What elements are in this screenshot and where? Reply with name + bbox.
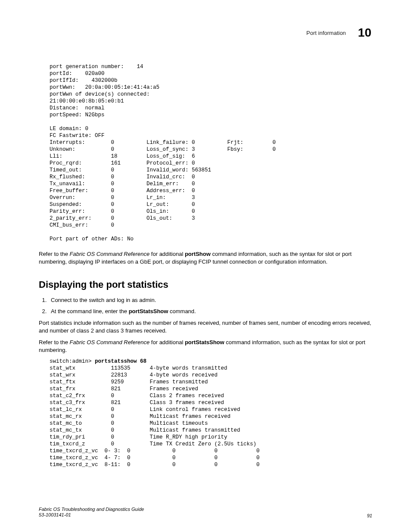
page-footer: Fabric OS Troubleshooting and Diagnostic…	[39, 507, 372, 519]
prompt: switch:admin>	[50, 358, 95, 364]
text: for additional	[149, 251, 185, 257]
text: for additional	[149, 339, 185, 345]
port-stats-description: Port statistics include information such…	[39, 319, 372, 334]
footer-doc-info: Fabric OS Troubleshooting and Diagnostic…	[39, 507, 144, 519]
portstatsshow-output: switch:admin> portstatsshow 68 stat_wtx …	[39, 358, 372, 468]
header-chapter-number: 10	[358, 26, 371, 40]
portshow-reference-paragraph: Refer to the Fabric OS Command Reference…	[39, 250, 372, 265]
section-heading: Displaying the port statistics	[39, 279, 372, 290]
page-header: Port information 10	[39, 26, 372, 40]
command-name: portStatsShow	[129, 308, 168, 314]
header-section-title: Port information	[306, 30, 346, 36]
step-2: At the command line, enter the portStats…	[48, 308, 372, 315]
step-1: Connect to the switch and log in as admi…	[48, 296, 372, 304]
command-name: portStatsShow	[185, 339, 224, 345]
text: At the command line, enter the	[51, 308, 129, 314]
footer-page-number: 91	[367, 513, 372, 518]
text: Refer to the	[39, 251, 70, 257]
portstatsshow-reference-paragraph: Refer to the Fabric OS Command Reference…	[39, 339, 372, 354]
manual-name: Fabric OS Command Reference	[70, 251, 150, 257]
footer-docnum: 53-1003141-01	[39, 512, 144, 518]
stats-table: stat_wtx 113535 4-byte words transmitted…	[50, 365, 260, 468]
command-entered: portstatsshow 68	[95, 358, 146, 364]
command-name: portShow	[185, 251, 211, 257]
footer-title: Fabric OS Troubleshooting and Diagnostic…	[39, 507, 144, 513]
steps-list: Connect to the switch and log in as admi…	[39, 296, 372, 315]
port-info-output: port generation number: 14 portId: 020a0…	[39, 63, 372, 243]
text: command.	[168, 308, 196, 314]
manual-name: Fabric OS Command Reference	[70, 339, 150, 345]
text: Refer to the	[39, 339, 70, 345]
